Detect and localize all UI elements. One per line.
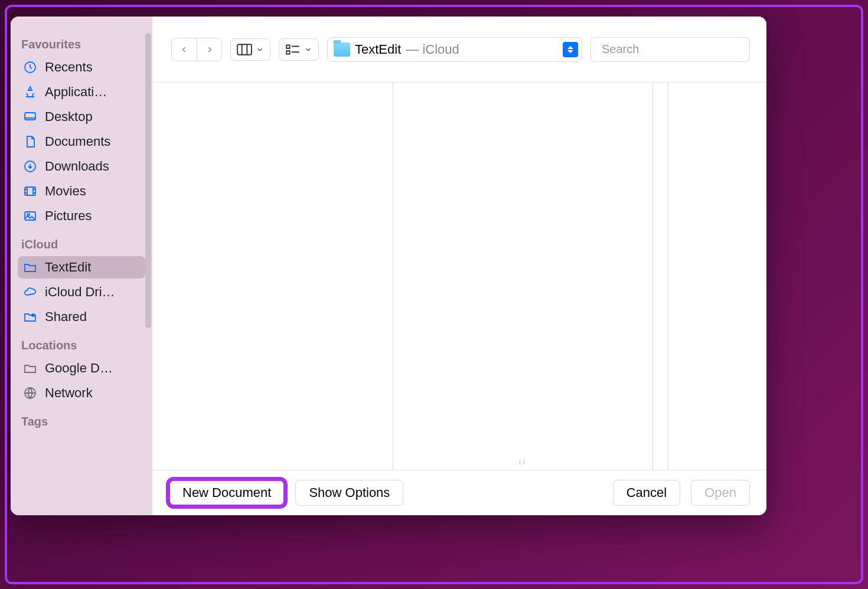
folder-icon: [334, 42, 350, 57]
sidebar-item-desktop[interactable]: Desktop: [18, 106, 145, 128]
column-browser[interactable]: ıı: [152, 83, 766, 470]
sidebar-item-downloads[interactable]: Downloads: [18, 155, 145, 178]
open-button[interactable]: Open: [691, 480, 750, 506]
sidebar-item-documents[interactable]: Documents: [18, 130, 145, 153]
sidebar-item-pictures[interactable]: Pictures: [18, 205, 145, 227]
nav-buttons: [171, 38, 222, 61]
sidebar-item-label: Recents: [45, 60, 93, 75]
sidebar-item-applications[interactable]: Applicati…: [18, 81, 145, 103]
desktop-icon: [22, 109, 38, 125]
search-box[interactable]: [590, 37, 750, 62]
movies-icon: [22, 184, 38, 199]
sidebar-item-shared[interactable]: Shared: [18, 306, 145, 328]
sidebar: Favourites Recents Applicati… Desktop Do…: [11, 17, 152, 515]
icloud-header: iCloud: [18, 235, 145, 254]
folder-icon: [22, 260, 38, 275]
browser-column-1[interactable]: [152, 83, 393, 470]
svg-rect-3: [25, 187, 35, 195]
sidebar-item-label: Desktop: [45, 109, 93, 125]
chevron-down-icon: [304, 45, 312, 54]
columns-icon: [237, 44, 252, 55]
view-columns-button[interactable]: [230, 38, 270, 61]
updown-icon: [563, 42, 578, 57]
sidebar-item-label: Applicati…: [45, 84, 107, 100]
chevron-right-icon: [205, 45, 214, 54]
forward-button[interactable]: [197, 38, 221, 61]
browser-column-2[interactable]: ıı: [393, 83, 653, 470]
svg-point-6: [31, 313, 35, 317]
clock-icon: [22, 60, 38, 75]
sidebar-item-label: Google D…: [45, 361, 113, 376]
sidebar-item-google-drive[interactable]: Google D…: [18, 357, 145, 379]
browser-column-3[interactable]: [653, 83, 668, 470]
sidebar-item-label: Movies: [45, 184, 86, 199]
sidebar-scrollbar[interactable]: [145, 33, 151, 328]
search-input[interactable]: [602, 42, 751, 56]
toolbar: TextEdit — iCloud: [152, 17, 766, 83]
location-sub: — iCloud: [406, 42, 459, 57]
network-icon: [22, 385, 38, 401]
sidebar-item-network[interactable]: Network: [18, 382, 145, 404]
downloads-icon: [22, 159, 38, 174]
chevron-left-icon: [180, 45, 188, 54]
sidebar-item-label: Downloads: [45, 159, 109, 174]
location-popup[interactable]: TextEdit — iCloud: [327, 37, 582, 62]
svg-rect-9: [286, 45, 289, 48]
pictures-icon: [22, 208, 38, 224]
sidebar-item-label: iCloud Dri…: [45, 284, 115, 300]
cancel-button[interactable]: Cancel: [613, 480, 680, 506]
document-icon: [22, 134, 38, 149]
new-document-button[interactable]: New Document: [169, 480, 285, 506]
dialog-footer: New Document Show Options Cancel Open: [152, 470, 766, 515]
sidebar-item-icloud-drive[interactable]: iCloud Dri…: [18, 281, 145, 303]
open-dialog: Favourites Recents Applicati… Desktop Do…: [11, 17, 766, 515]
sidebar-item-recents[interactable]: Recents: [18, 56, 145, 78]
group-icon: [285, 44, 301, 55]
locations-header: Locations: [18, 336, 145, 355]
sidebar-item-label: Pictures: [45, 208, 92, 224]
main-pane: TextEdit — iCloud ıı New Document Show O…: [152, 17, 766, 515]
location-name: TextEdit: [355, 42, 401, 57]
sidebar-item-label: Documents: [45, 134, 110, 149]
svg-rect-1: [25, 113, 35, 120]
sidebar-item-label: Shared: [45, 309, 87, 325]
chevron-down-icon: [256, 45, 264, 54]
tags-header: Tags: [18, 413, 145, 431]
svg-rect-8: [237, 44, 252, 54]
svg-rect-10: [286, 51, 289, 54]
shared-icon: [22, 309, 38, 325]
sidebar-item-movies[interactable]: Movies: [18, 180, 145, 202]
column-resize-handle[interactable]: ıı: [519, 457, 527, 466]
sidebar-item-label: Network: [45, 385, 93, 401]
sidebar-item-textedit[interactable]: TextEdit: [18, 256, 145, 279]
favourites-header: Favourites: [18, 35, 145, 54]
show-options-button[interactable]: Show Options: [295, 480, 403, 506]
back-button[interactable]: [172, 38, 197, 61]
sidebar-item-label: TextEdit: [45, 260, 91, 275]
cloud-icon: [22, 284, 38, 300]
folder-icon: [22, 361, 38, 376]
view-group-button[interactable]: [279, 38, 319, 61]
applications-icon: [22, 84, 38, 100]
